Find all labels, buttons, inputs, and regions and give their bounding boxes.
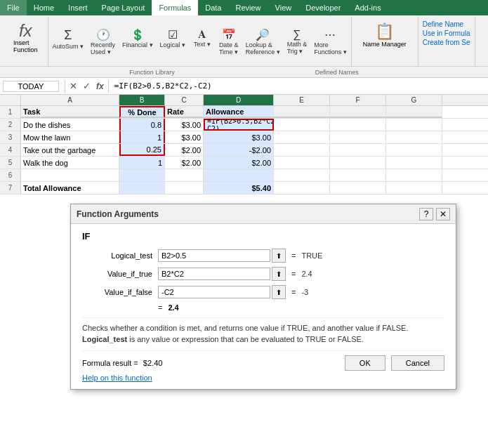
menu-home[interactable]: Home — [27, 0, 61, 15]
cell-a5[interactable]: Walk the dog — [21, 157, 119, 169]
use-in-formula-btn[interactable]: Use in Formula — [421, 29, 472, 38]
cell-g1[interactable] — [386, 106, 442, 118]
logical-test-input[interactable] — [158, 249, 270, 262]
more-functions-btn[interactable]: ⋯ MoreFunctions ▾ — [311, 27, 350, 57]
cell-g7[interactable] — [386, 182, 442, 194]
cancel-button[interactable]: Cancel — [391, 355, 444, 371]
cancel-formula-icon[interactable]: ✕ — [68, 81, 79, 91]
cell-b2[interactable]: 0.8 — [119, 119, 165, 131]
recently-used-btn[interactable]: 🕐 RecentlyUsed ▾ — [88, 27, 118, 57]
col-header-a[interactable]: A — [21, 95, 119, 105]
col-header-d[interactable]: D — [204, 95, 274, 105]
cell-a2[interactable]: Do the dishes — [21, 119, 119, 131]
financial-btn[interactable]: 💲 Financial ▾ — [119, 27, 156, 57]
text-btn[interactable]: 𝐀 Text ▾ — [190, 27, 215, 57]
insert-function-btn[interactable]: fx InsertFunction — [8, 20, 44, 56]
cell-a7[interactable]: Total Allowance — [21, 182, 119, 194]
cell-g2[interactable] — [386, 119, 442, 131]
cell-f4[interactable] — [330, 144, 386, 156]
autosum-btn[interactable]: Σ AutoSum ▾ — [50, 27, 87, 57]
insert-fn-formula-icon[interactable]: fx — [95, 81, 105, 91]
cell-f6[interactable] — [330, 169, 386, 181]
create-from-sel-btn[interactable]: Create from Se — [421, 38, 472, 47]
cell-g6[interactable] — [386, 169, 442, 181]
menu-insert[interactable]: Insert — [61, 0, 95, 15]
cell-a3[interactable]: Mow the lawn — [21, 131, 119, 143]
cell-b3[interactable]: 1 — [119, 131, 165, 143]
cell-b1[interactable]: % Done — [119, 106, 165, 118]
menu-view[interactable]: View — [268, 0, 299, 15]
value-if-true-collapse-btn[interactable]: ⬆ — [272, 267, 286, 281]
col-header-c[interactable]: C — [165, 95, 204, 105]
help-link[interactable]: Help on this function — [82, 374, 152, 382]
cell-f5[interactable] — [330, 157, 386, 169]
logical-test-collapse-btn[interactable]: ⬆ — [272, 249, 286, 263]
cell-d3[interactable]: $3.00 — [204, 131, 274, 143]
cell-e2[interactable] — [274, 119, 330, 131]
cell-d7[interactable]: $5.40 — [204, 182, 274, 194]
cell-d1[interactable]: Allowance — [204, 106, 274, 118]
cell-c5[interactable]: $2.00 — [165, 157, 204, 169]
math-icon: ∑ — [293, 28, 301, 41]
cell-g4[interactable] — [386, 144, 442, 156]
cell-c4[interactable]: $2.00 — [165, 144, 204, 156]
name-manager-btn[interactable]: 📋 Name Manager — [357, 20, 412, 51]
cell-e3[interactable] — [274, 131, 330, 143]
cell-f7[interactable] — [330, 182, 386, 194]
lookup-btn[interactable]: 🔎 Lookup &Reference ▾ — [243, 27, 283, 57]
cell-e6[interactable] — [274, 169, 330, 181]
datetime-btn[interactable]: 📅 Date &Time ▾ — [216, 27, 242, 57]
more-icon: ⋯ — [324, 28, 336, 41]
menu-data[interactable]: Data — [198, 0, 228, 15]
confirm-formula-icon[interactable]: ✓ — [81, 81, 92, 91]
cell-d4[interactable]: -$2.00 — [204, 144, 274, 156]
name-box[interactable] — [3, 81, 59, 92]
math-btn[interactable]: ∑ Math &Trig ▾ — [284, 27, 310, 57]
define-name-btn[interactable]: Define Name — [421, 20, 472, 29]
menu-page-layout[interactable]: Page Layout — [95, 0, 152, 15]
cell-d5[interactable]: $2.00 — [204, 157, 274, 169]
formula-input[interactable] — [112, 81, 488, 91]
dialog-help-btn[interactable]: ? — [419, 208, 433, 220]
cell-g3[interactable] — [386, 131, 442, 143]
cell-c1[interactable]: Rate — [165, 106, 204, 118]
cell-e4[interactable] — [274, 144, 330, 156]
cell-e5[interactable] — [274, 157, 330, 169]
cell-c2[interactable]: $3.00 — [165, 119, 204, 131]
cell-c7[interactable] — [165, 182, 204, 194]
col-header-e[interactable]: E — [274, 95, 330, 105]
cell-g5[interactable] — [386, 157, 442, 169]
cell-a4[interactable]: Take out the garbage — [21, 144, 119, 156]
cell-e1[interactable] — [274, 106, 330, 118]
cell-f2[interactable] — [330, 119, 386, 131]
menu-file[interactable]: File — [0, 0, 27, 15]
cell-d2[interactable]: =IF(B2>0.5,B2*C2,-C2) — [204, 119, 274, 131]
menu-add-ins[interactable]: Add-ins — [348, 0, 388, 15]
cell-d6[interactable] — [204, 169, 274, 181]
col-header-b[interactable]: B — [119, 95, 165, 105]
value-if-false-collapse-btn[interactable]: ⬆ — [272, 285, 286, 299]
cell-c6[interactable] — [165, 169, 204, 181]
value-if-false-input[interactable] — [158, 286, 270, 298]
cell-b6[interactable] — [119, 169, 165, 181]
cell-a6[interactable] — [21, 169, 119, 181]
ribbon-bottom: Function Library Defined Names — [0, 66, 488, 77]
cell-b5[interactable]: 1 — [119, 157, 165, 169]
dialog-close-btn[interactable]: ✕ — [436, 208, 450, 220]
menu-review[interactable]: Review — [228, 0, 268, 15]
cell-f1[interactable] — [330, 106, 386, 118]
value-if-true-input[interactable] — [158, 268, 270, 280]
menu-developer[interactable]: Developer — [298, 0, 348, 15]
ok-button[interactable]: OK — [345, 355, 385, 371]
cell-b4[interactable]: 0.25 — [119, 144, 165, 156]
col-header-g[interactable]: G — [386, 95, 442, 105]
function-library-label: Function Library — [129, 69, 175, 76]
cell-e7[interactable] — [274, 182, 330, 194]
col-header-f[interactable]: F — [330, 95, 386, 105]
cell-b7[interactable] — [119, 182, 165, 194]
logical-btn[interactable]: ☑ Logical ▾ — [157, 27, 188, 57]
menu-formulas[interactable]: Formulas — [152, 0, 198, 15]
cell-a1[interactable]: Task — [21, 106, 119, 118]
cell-c3[interactable]: $3.00 — [165, 131, 204, 143]
cell-f3[interactable] — [330, 131, 386, 143]
